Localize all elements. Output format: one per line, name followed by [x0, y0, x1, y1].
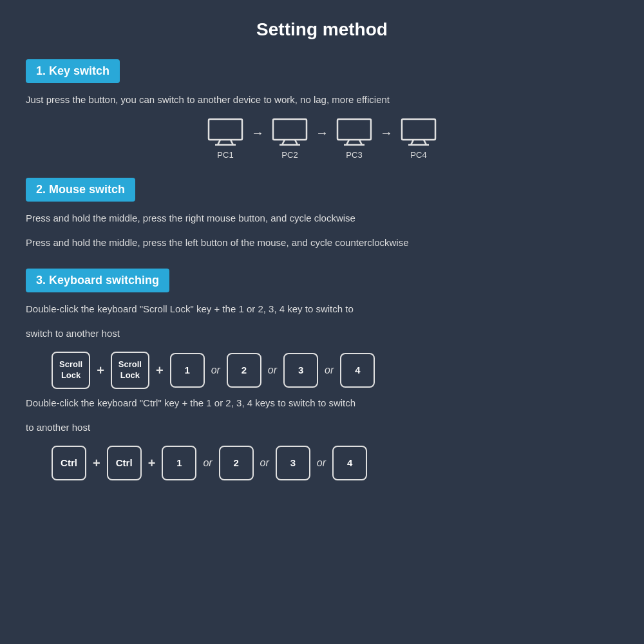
pc3-icon [335, 118, 374, 146]
pc-item-3: PC3 [335, 118, 374, 160]
keyboard-desc2-line2: to another host [26, 420, 618, 435]
pc-diagram: PC1 → PC2 → PC3 → [26, 118, 618, 160]
number-key-1: 1 [170, 353, 205, 388]
pc-item-1: PC1 [206, 118, 245, 160]
or-3: or [325, 365, 334, 376]
ctrl-key-1: Ctrl [52, 446, 86, 480]
scroll-lock-key-1: ScrollLock [52, 352, 90, 389]
svg-rect-12 [402, 119, 435, 140]
ctrl-number-key-1: 1 [162, 446, 196, 480]
or-2: or [268, 365, 277, 376]
number-key-4: 4 [340, 353, 375, 388]
page-title: Setting method [26, 19, 618, 40]
mouse-switch-description-2: Press and hold the middle, press the lef… [26, 235, 618, 251]
mouse-switch-description-1: Press and hold the middle, press the rig… [26, 211, 618, 226]
svg-rect-8 [337, 119, 371, 140]
ctrl-key-2: Ctrl [107, 446, 142, 480]
svg-rect-0 [209, 119, 242, 140]
section-mouse-switch: 2. Mouse switch Press and hold the middl… [26, 178, 618, 251]
plus-1: + [97, 363, 104, 378]
or-1: or [211, 365, 220, 376]
keyboard-desc1-line1: Double-click the keyboard "Scroll Lock" … [26, 301, 618, 317]
ctrl-number-key-3: 3 [276, 446, 310, 480]
plus-4: + [148, 456, 156, 471]
section-keyboard-switching: 3. Keyboard switching Double-click the k… [26, 269, 618, 480]
section-header-keyboard-switching: 3. Keyboard switching [26, 269, 169, 292]
number-key-2: 2 [227, 353, 261, 388]
ctrl-key-row: Ctrl + Ctrl + 1 or 2 or 3 or 4 [52, 446, 618, 480]
number-key-3: 3 [283, 353, 318, 388]
scroll-lock-key-row: ScrollLock + ScrollLock + 1 or 2 or 3 or… [52, 352, 618, 389]
plus-3: + [93, 456, 100, 471]
svg-rect-4 [273, 119, 307, 140]
arrow-2: → [316, 126, 328, 140]
section-header-key-switch: 1. Key switch [26, 59, 120, 83]
or-6: or [317, 457, 326, 469]
pc1-icon [206, 118, 245, 146]
scroll-lock-key-2: ScrollLock [111, 352, 149, 389]
or-5: or [260, 457, 269, 469]
pc3-label: PC3 [346, 150, 362, 160]
key-switch-description: Just press the button, you can switch to… [26, 92, 618, 108]
keyboard-desc2-line1: Double-click the keyboard "Ctrl" key + t… [26, 395, 618, 411]
ctrl-number-key-2: 2 [219, 446, 254, 480]
keyboard-desc1-line2: switch to another host [26, 326, 618, 341]
arrow-3: → [380, 126, 393, 140]
plus-2: + [156, 363, 164, 378]
or-4: or [203, 457, 212, 469]
pc2-icon [270, 118, 309, 146]
pc1-label: PC1 [217, 150, 233, 160]
ctrl-number-key-4: 4 [332, 446, 367, 480]
pc4-label: PC4 [410, 150, 426, 160]
pc-item-4: PC4 [399, 118, 438, 160]
section-key-switch: 1. Key switch Just press the button, you… [26, 59, 618, 160]
pc-item-2: PC2 [270, 118, 309, 160]
arrow-1: → [251, 126, 264, 140]
pc4-icon [399, 118, 438, 146]
pc2-label: PC2 [281, 150, 298, 160]
section-header-mouse-switch: 2. Mouse switch [26, 178, 135, 202]
